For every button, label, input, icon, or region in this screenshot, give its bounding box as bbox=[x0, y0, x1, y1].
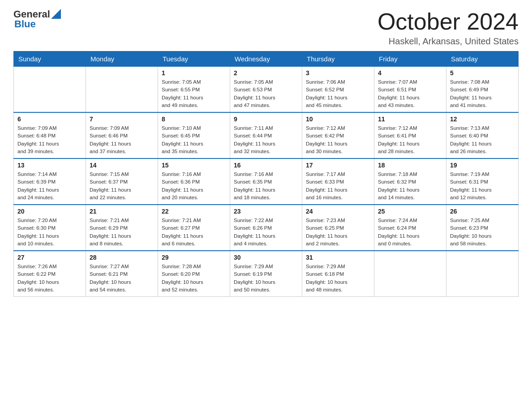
calendar-week-row: 20Sunrise: 7:20 AM Sunset: 6:30 PM Dayli… bbox=[14, 205, 519, 251]
day-number: 9 bbox=[234, 116, 298, 123]
calendar-week-row: 6Sunrise: 7:09 AM Sunset: 6:48 PM Daylig… bbox=[14, 112, 519, 158]
day-number: 18 bbox=[378, 162, 442, 169]
logo: General Blue bbox=[13, 9, 61, 30]
day-info: Sunrise: 7:14 AM Sunset: 6:39 PM Dayligh… bbox=[17, 171, 82, 201]
day-info: Sunrise: 7:12 AM Sunset: 6:42 PM Dayligh… bbox=[306, 124, 370, 155]
weekday-header: Friday bbox=[374, 51, 446, 67]
day-info: Sunrise: 7:27 AM Sunset: 6:21 PM Dayligh… bbox=[90, 263, 154, 294]
weekday-header: Monday bbox=[86, 51, 158, 67]
day-info: Sunrise: 7:29 AM Sunset: 6:18 PM Dayligh… bbox=[306, 263, 370, 294]
day-info: Sunrise: 7:19 AM Sunset: 6:31 PM Dayligh… bbox=[450, 171, 515, 201]
calendar-cell: 24Sunrise: 7:23 AM Sunset: 6:25 PM Dayli… bbox=[302, 205, 374, 251]
day-number: 8 bbox=[162, 116, 226, 123]
day-info: Sunrise: 7:16 AM Sunset: 6:36 PM Dayligh… bbox=[162, 171, 226, 201]
calendar-cell: 14Sunrise: 7:15 AM Sunset: 6:37 PM Dayli… bbox=[86, 158, 158, 205]
day-number: 27 bbox=[17, 254, 82, 261]
page-header: General Blue October 2024 Haskell, Arkan… bbox=[13, 9, 519, 47]
calendar-cell: 4Sunrise: 7:07 AM Sunset: 6:51 PM Daylig… bbox=[374, 67, 446, 113]
calendar-cell: 13Sunrise: 7:14 AM Sunset: 6:39 PM Dayli… bbox=[14, 158, 86, 205]
calendar-cell: 1Sunrise: 7:05 AM Sunset: 6:55 PM Daylig… bbox=[158, 67, 230, 113]
day-number: 14 bbox=[90, 162, 154, 169]
calendar-week-row: 1Sunrise: 7:05 AM Sunset: 6:55 PM Daylig… bbox=[14, 67, 519, 113]
day-number: 21 bbox=[90, 208, 154, 215]
day-number: 26 bbox=[450, 208, 515, 215]
day-info: Sunrise: 7:06 AM Sunset: 6:52 PM Dayligh… bbox=[306, 78, 370, 109]
logo-blue-text: Blue bbox=[14, 19, 61, 30]
day-number: 2 bbox=[234, 69, 298, 77]
calendar-cell: 23Sunrise: 7:22 AM Sunset: 6:26 PM Dayli… bbox=[230, 205, 302, 251]
weekday-header-row: SundayMondayTuesdayWednesdayThursdayFrid… bbox=[14, 51, 519, 67]
calendar-cell bbox=[14, 67, 86, 113]
day-info: Sunrise: 7:13 AM Sunset: 6:40 PM Dayligh… bbox=[450, 124, 515, 155]
day-number: 25 bbox=[378, 208, 442, 215]
day-info: Sunrise: 7:10 AM Sunset: 6:45 PM Dayligh… bbox=[162, 124, 226, 155]
day-number: 12 bbox=[450, 116, 515, 123]
day-number: 29 bbox=[162, 254, 226, 261]
day-info: Sunrise: 7:20 AM Sunset: 6:30 PM Dayligh… bbox=[17, 217, 82, 248]
calendar-cell: 29Sunrise: 7:28 AM Sunset: 6:20 PM Dayli… bbox=[158, 251, 230, 297]
day-info: Sunrise: 7:17 AM Sunset: 6:33 PM Dayligh… bbox=[306, 171, 370, 201]
day-number: 13 bbox=[17, 162, 82, 169]
calendar-cell: 7Sunrise: 7:09 AM Sunset: 6:46 PM Daylig… bbox=[86, 112, 158, 158]
calendar-cell: 25Sunrise: 7:24 AM Sunset: 6:24 PM Dayli… bbox=[374, 205, 446, 251]
day-info: Sunrise: 7:08 AM Sunset: 6:49 PM Dayligh… bbox=[450, 78, 515, 109]
calendar-cell bbox=[374, 251, 446, 297]
day-info: Sunrise: 7:15 AM Sunset: 6:37 PM Dayligh… bbox=[90, 171, 154, 201]
logo-triangle-icon bbox=[51, 9, 61, 19]
day-number: 30 bbox=[234, 254, 298, 261]
day-number: 4 bbox=[378, 69, 442, 77]
calendar-cell bbox=[86, 67, 158, 113]
calendar-cell: 2Sunrise: 7:05 AM Sunset: 6:53 PM Daylig… bbox=[230, 67, 302, 113]
day-number: 24 bbox=[306, 208, 370, 215]
title-section: October 2024 Haskell, Arkansas, United S… bbox=[378, 9, 519, 47]
calendar-cell: 12Sunrise: 7:13 AM Sunset: 6:40 PM Dayli… bbox=[446, 112, 519, 158]
day-number: 6 bbox=[17, 116, 82, 123]
day-info: Sunrise: 7:09 AM Sunset: 6:46 PM Dayligh… bbox=[90, 124, 154, 155]
day-info: Sunrise: 7:05 AM Sunset: 6:53 PM Dayligh… bbox=[234, 78, 298, 109]
day-number: 17 bbox=[306, 162, 370, 169]
weekday-header: Wednesday bbox=[230, 51, 302, 67]
calendar-cell: 3Sunrise: 7:06 AM Sunset: 6:52 PM Daylig… bbox=[302, 67, 374, 113]
calendar-cell: 17Sunrise: 7:17 AM Sunset: 6:33 PM Dayli… bbox=[302, 158, 374, 205]
day-info: Sunrise: 7:11 AM Sunset: 6:44 PM Dayligh… bbox=[234, 124, 298, 155]
day-number: 10 bbox=[306, 116, 370, 123]
day-number: 11 bbox=[378, 116, 442, 123]
day-info: Sunrise: 7:22 AM Sunset: 6:26 PM Dayligh… bbox=[234, 217, 298, 248]
day-number: 31 bbox=[306, 254, 370, 261]
day-info: Sunrise: 7:26 AM Sunset: 6:22 PM Dayligh… bbox=[17, 263, 82, 294]
calendar-cell: 8Sunrise: 7:10 AM Sunset: 6:45 PM Daylig… bbox=[158, 112, 230, 158]
day-info: Sunrise: 7:12 AM Sunset: 6:41 PM Dayligh… bbox=[378, 124, 442, 155]
calendar-table: SundayMondayTuesdayWednesdayThursdayFrid… bbox=[13, 51, 519, 297]
day-info: Sunrise: 7:09 AM Sunset: 6:48 PM Dayligh… bbox=[17, 124, 82, 155]
weekday-header: Saturday bbox=[446, 51, 519, 67]
calendar-cell: 20Sunrise: 7:20 AM Sunset: 6:30 PM Dayli… bbox=[14, 205, 86, 251]
day-number: 23 bbox=[234, 208, 298, 215]
calendar-cell: 16Sunrise: 7:16 AM Sunset: 6:35 PM Dayli… bbox=[230, 158, 302, 205]
day-number: 5 bbox=[450, 69, 515, 77]
day-info: Sunrise: 7:21 AM Sunset: 6:29 PM Dayligh… bbox=[90, 217, 154, 248]
calendar-cell: 31Sunrise: 7:29 AM Sunset: 6:18 PM Dayli… bbox=[302, 251, 374, 297]
day-info: Sunrise: 7:29 AM Sunset: 6:19 PM Dayligh… bbox=[234, 263, 298, 294]
month-title: October 2024 bbox=[378, 9, 519, 34]
location-label: Haskell, Arkansas, United States bbox=[378, 36, 519, 47]
day-number: 15 bbox=[162, 162, 226, 169]
day-info: Sunrise: 7:07 AM Sunset: 6:51 PM Dayligh… bbox=[378, 78, 442, 109]
calendar-cell bbox=[446, 251, 519, 297]
calendar-cell: 26Sunrise: 7:25 AM Sunset: 6:23 PM Dayli… bbox=[446, 205, 519, 251]
day-number: 20 bbox=[17, 208, 82, 215]
weekday-header: Tuesday bbox=[158, 51, 230, 67]
day-info: Sunrise: 7:21 AM Sunset: 6:27 PM Dayligh… bbox=[162, 217, 226, 248]
day-info: Sunrise: 7:05 AM Sunset: 6:55 PM Dayligh… bbox=[162, 78, 226, 109]
svg-marker-0 bbox=[51, 9, 61, 19]
day-number: 1 bbox=[162, 69, 226, 77]
calendar-cell: 21Sunrise: 7:21 AM Sunset: 6:29 PM Dayli… bbox=[86, 205, 158, 251]
day-number: 16 bbox=[234, 162, 298, 169]
day-info: Sunrise: 7:25 AM Sunset: 6:23 PM Dayligh… bbox=[450, 217, 515, 248]
day-info: Sunrise: 7:18 AM Sunset: 6:32 PM Dayligh… bbox=[378, 171, 442, 201]
day-number: 22 bbox=[162, 208, 226, 215]
calendar-cell: 30Sunrise: 7:29 AM Sunset: 6:19 PM Dayli… bbox=[230, 251, 302, 297]
weekday-header: Thursday bbox=[302, 51, 374, 67]
day-info: Sunrise: 7:28 AM Sunset: 6:20 PM Dayligh… bbox=[162, 263, 226, 294]
calendar-cell: 11Sunrise: 7:12 AM Sunset: 6:41 PM Dayli… bbox=[374, 112, 446, 158]
calendar-cell: 28Sunrise: 7:27 AM Sunset: 6:21 PM Dayli… bbox=[86, 251, 158, 297]
